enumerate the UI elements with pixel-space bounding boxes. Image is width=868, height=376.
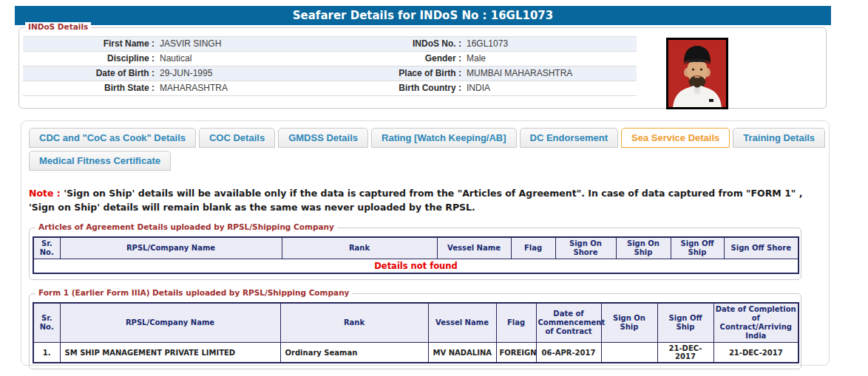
articles-of-agreement-fieldset: Articles of Agreement Details uploaded b… <box>29 228 801 280</box>
form1-legend: Form 1 (Earlier Form IIIA) Details uploa… <box>35 288 352 297</box>
header-vessel-name: Vessel Name <box>428 303 496 343</box>
form1-table-row: 1. SM SHIP MANAGEMENT PRIVATE LIMITED Or… <box>33 343 799 363</box>
cell-sign-on-ship <box>601 343 657 363</box>
cell-commencement-date: 06-APR-2017 <box>536 343 601 363</box>
gender-value: Male <box>461 52 637 66</box>
tab-gmdss-details[interactable]: GMDSS Details <box>278 128 368 148</box>
sea-service-panel: CDC and "CoC as Cook" Details COC Detail… <box>21 120 830 366</box>
seafarer-photo <box>666 38 728 109</box>
articles-of-agreement-table: Sr. No. RPSL/Company Name Rank Vessel Na… <box>33 236 799 274</box>
place-of-birth-value: MUMBAI MAHARASHTRA <box>461 66 637 81</box>
form1-fieldset: Form 1 (Earlier Form IIIA) Details uploa… <box>29 293 801 369</box>
page-title-bar: Seafarer Details for INDoS No : 16GL1073 <box>15 6 831 25</box>
seafarer-photo-graphic <box>668 40 726 107</box>
birth-state-label: Birth State : <box>23 81 155 95</box>
cell-rank: Ordinary Seaman <box>280 343 428 363</box>
field-row-name-indos: First Name : JASVIR SINGH INDoS No. : 16… <box>23 37 637 52</box>
header-rpsl-company-name: RPSL/Company Name <box>60 303 280 343</box>
note-body: 'Sign on Ship' details will be available… <box>29 188 802 213</box>
header-date-of-completion: Date of Completion of Contract/Arriving … <box>713 303 799 343</box>
discipline-value: Nautical <box>155 52 391 66</box>
tab-rating-watch-keeping-ab[interactable]: Rating [Watch Keeping/AB] <box>371 128 517 148</box>
cell-company: SM SHIP MANAGEMENT PRIVATE LIMITED <box>60 343 280 363</box>
indos-field-rows: First Name : JASVIR SINGH INDoS No. : 16… <box>23 36 637 96</box>
header-flag: Flag <box>511 237 555 259</box>
details-not-found-row: Details not found <box>33 259 799 274</box>
header-sr-no: Sr. No. <box>33 303 60 343</box>
field-row-birth-date-place: Date of Birth : 29-JUN-1995 Place of Bir… <box>23 66 637 81</box>
cell-flag: FOREIGN <box>496 343 536 363</box>
note-text: Note : 'Sign on Ship' details will be av… <box>29 186 818 214</box>
birth-country-value: INDIA <box>461 81 637 95</box>
date-of-birth-value: 29-JUN-1995 <box>155 66 391 81</box>
field-row-discipline-gender: Discipline : Nautical Gender : Male <box>23 52 637 66</box>
tab-medical-fitness-certificate[interactable]: Medical Fitness Certificate <box>29 151 171 171</box>
gender-label: Gender : <box>391 52 461 66</box>
header-date-of-commencement: Date of Commencement of Contract <box>536 303 601 343</box>
header-sign-on-ship: Sign On Ship <box>616 237 671 259</box>
date-of-birth-label: Date of Birth : <box>23 66 155 81</box>
header-sign-off-shore: Sign Off Shore <box>724 237 799 259</box>
field-row-birth-state-country: Birth State : MAHARASHTRA Birth Country … <box>23 81 637 96</box>
header-sign-off-ship: Sign Off Ship <box>671 237 724 259</box>
cell-vessel: MV NADALINA <box>428 343 496 363</box>
cell-sign-off-ship: 21-DEC-2017 <box>657 343 713 363</box>
first-name-value: JASVIR SINGH <box>155 37 391 51</box>
note-prefix: Note : <box>29 188 61 199</box>
tab-dc-endorsement[interactable]: DC Endorsement <box>520 128 618 148</box>
articles-table-header-row: Sr. No. RPSL/Company Name Rank Vessel Na… <box>33 237 799 259</box>
header-flag: Flag <box>496 303 536 343</box>
header-sign-on-shore: Sign On Shore <box>555 237 616 259</box>
seafarer-details-page: Seafarer Details for INDoS No : 16GL1073… <box>0 0 868 376</box>
tab-coc-details[interactable]: COC Details <box>199 128 275 148</box>
tab-sea-service-details[interactable]: Sea Service Details <box>621 128 730 148</box>
header-sr-no: Sr. No. <box>33 237 60 259</box>
header-rank: Rank <box>282 237 437 259</box>
header-rank: Rank <box>280 303 428 343</box>
place-of-birth-label: Place of Birth : <box>391 66 461 81</box>
cell-completion-date: 21-DEC-2017 <box>713 343 799 363</box>
header-sign-on-ship: Sign On Ship <box>601 303 657 343</box>
tabs-row-2: Medical Fitness Certificate <box>29 151 829 171</box>
form1-table-header-row: Sr. No. RPSL/Company Name Rank Vessel Na… <box>33 303 799 343</box>
discipline-label: Discipline : <box>23 52 155 66</box>
articles-of-agreement-legend: Articles of Agreement Details uploaded b… <box>35 222 337 231</box>
first-name-label: First Name : <box>23 37 155 51</box>
header-vessel-name: Vessel Name <box>437 237 511 259</box>
form1-table: Sr. No. RPSL/Company Name Rank Vessel Na… <box>33 302 799 363</box>
indos-no-label: INDoS No. : <box>391 37 461 51</box>
tab-cdc-coc-as-cook-details[interactable]: CDC and "CoC as Cook" Details <box>29 128 196 148</box>
indos-no-value: 16GL1073 <box>461 37 637 51</box>
cell-sr-no: 1. <box>33 343 60 363</box>
tabs-row-1: CDC and "CoC as Cook" Details COC Detail… <box>29 128 829 148</box>
page-title: Seafarer Details for INDoS No : 16GL1073 <box>293 9 553 22</box>
header-sign-off-ship: Sign Off Ship <box>657 303 713 343</box>
indos-details-fieldset: INDoS Details First Name : JASVIR SINGH … <box>18 27 827 109</box>
header-rpsl-company-name: RPSL/Company Name <box>60 237 282 259</box>
birth-country-label: Birth Country : <box>391 81 461 95</box>
tab-training-details[interactable]: Training Details <box>733 128 825 148</box>
birth-state-value: MAHARASHTRA <box>155 81 391 95</box>
indos-details-legend: INDoS Details <box>25 22 91 31</box>
details-not-found-message: Details not found <box>33 259 799 274</box>
